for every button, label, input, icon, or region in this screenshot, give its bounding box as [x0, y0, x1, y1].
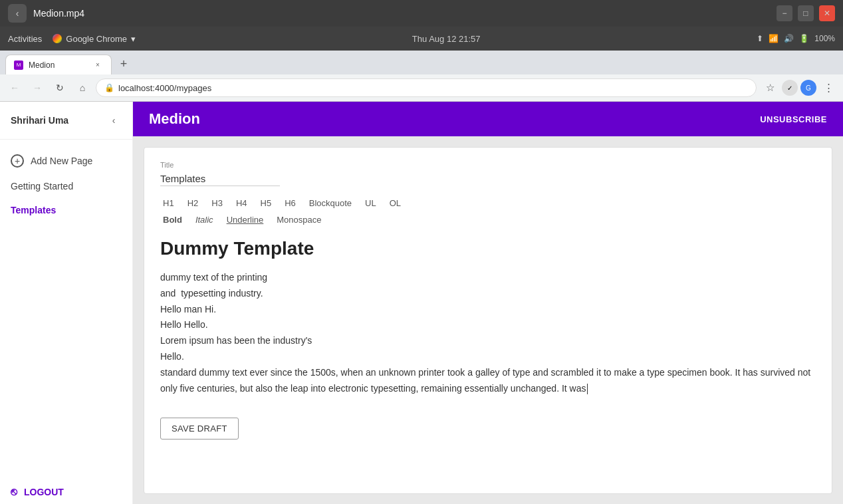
- browser-actions: ☆ ✓ G ⋮: [761, 78, 838, 97]
- back-nav-button[interactable]: ←: [5, 78, 24, 97]
- sidebar-username: Shrihari Uma: [11, 115, 68, 126]
- forward-nav-button[interactable]: →: [28, 78, 47, 97]
- toolbar-ol[interactable]: OL: [387, 197, 404, 209]
- toolbar-heading-row: H1 H2 H3 H4 H5 H6 Blockquote UL OL: [160, 197, 816, 209]
- toolbar-italic[interactable]: Italic: [193, 213, 216, 226]
- toolbar-h2[interactable]: H2: [185, 197, 201, 209]
- toolbar-format-row: Bold Italic Underline Monospace: [160, 213, 816, 226]
- topbar-status: ⬆ 📶 🔊 🔋 100%: [757, 34, 835, 43]
- app-header: Medion UNSUBSCRIBE: [133, 102, 843, 136]
- content-line-2: and typesetting industry.: [160, 286, 816, 302]
- title-section: Title: [160, 161, 816, 186]
- content-line-4: Hello Hello.: [160, 317, 816, 333]
- sidebar-collapse-button[interactable]: ‹: [106, 112, 122, 128]
- maximize-button[interactable]: □: [798, 5, 814, 21]
- sidebar-logout[interactable]: ⎋ LOGOUT: [0, 479, 132, 504]
- new-tab-button[interactable]: +: [114, 55, 133, 73]
- app-wrapper: Shrihari Uma ‹ + Add New Page Getting St…: [0, 102, 843, 504]
- address-lock-icon: 🔒: [104, 83, 114, 92]
- dropdown-icon: ▾: [131, 34, 136, 44]
- os-back-button[interactable]: ‹: [8, 4, 27, 23]
- logout-label: LOGOUT: [24, 487, 64, 497]
- topbar-time: Thu Aug 12 21:57: [146, 34, 746, 44]
- content-body: dummy text of the printing and typesetti…: [160, 270, 816, 396]
- tab-close-button[interactable]: ×: [92, 60, 103, 70]
- toolbar-monospace[interactable]: Monospace: [274, 213, 324, 226]
- tab-favicon: M: [14, 61, 23, 70]
- network-icon: ⬆: [757, 34, 763, 43]
- toolbar-h6[interactable]: H6: [282, 197, 299, 209]
- star-button[interactable]: ☆: [761, 78, 779, 97]
- tab-title: Medion: [29, 61, 55, 70]
- app-name-label: Google Chrome: [66, 34, 127, 44]
- app-header-title: Medion: [149, 110, 200, 128]
- browser-tab[interactable]: M Medion ×: [5, 55, 112, 74]
- titlebar-left: ‹ Medion.mp4: [8, 4, 84, 23]
- app-indicator[interactable]: Google Chrome ▾: [53, 34, 136, 44]
- editor-body[interactable]: Dummy Template dummy text of the printin…: [160, 230, 816, 404]
- sidebar-nav: + Add New Page Getting Started Templates: [0, 140, 132, 479]
- toolbar-blockquote[interactable]: Blockquote: [306, 197, 354, 209]
- volume-icon: 🔊: [784, 34, 794, 43]
- logout-icon: ⎋: [11, 486, 17, 498]
- sidebar: Shrihari Uma ‹ + Add New Page Getting St…: [0, 102, 133, 504]
- reload-nav-button[interactable]: ↻: [51, 78, 69, 97]
- save-draft-button[interactable]: SAVE DRAFT: [160, 418, 239, 440]
- toolbar-h4[interactable]: H4: [233, 197, 250, 209]
- os-title: Medion.mp4: [33, 8, 84, 19]
- unsubscribe-button[interactable]: UNSUBSCRIBE: [760, 114, 827, 124]
- toolbar-bold[interactable]: Bold: [160, 213, 185, 226]
- toolbar-h1[interactable]: H1: [160, 197, 177, 209]
- sidebar-add-new-page-label: Add New Page: [31, 156, 92, 166]
- title-label: Title: [160, 161, 816, 169]
- sidebar-item-templates[interactable]: Templates: [0, 198, 132, 222]
- browser-menu-button[interactable]: ⋮: [819, 78, 838, 97]
- sidebar-item-getting-started[interactable]: Getting Started: [0, 174, 132, 198]
- close-button[interactable]: ✕: [819, 5, 835, 21]
- content-line-3: Hello man Hi.: [160, 302, 816, 318]
- sidebar-templates-label: Templates: [11, 205, 56, 215]
- add-icon: +: [11, 154, 24, 168]
- home-nav-button[interactable]: ⌂: [73, 78, 92, 97]
- browser-chrome: M Medion × + ← → ↻ ⌂ 🔒 localhost:4000/my…: [0, 51, 843, 102]
- chrome-icon: [53, 34, 62, 43]
- text-cursor: [587, 384, 588, 394]
- sidebar-header: Shrihari Uma ‹: [0, 102, 132, 140]
- address-url: localhost:4000/mypages: [118, 83, 211, 93]
- battery-label: 100%: [814, 34, 835, 43]
- main-content: Medion UNSUBSCRIBE Title H1 H2 H3 H4 H5 …: [133, 102, 843, 504]
- battery-icon: 🔋: [799, 34, 809, 43]
- title-input[interactable]: [160, 172, 280, 186]
- sidebar-item-add-new-page[interactable]: + Add New Page: [0, 148, 132, 174]
- wifi-icon: 📶: [769, 34, 779, 43]
- activities-button[interactable]: Activities: [8, 34, 42, 44]
- toolbar-ul[interactable]: UL: [362, 197, 379, 209]
- sidebar-getting-started-label: Getting Started: [11, 181, 73, 191]
- titlebar-right: − □ ✕: [777, 5, 835, 21]
- editor-container: Title H1 H2 H3 H4 H5 H6 Blockquote UL OL…: [144, 147, 832, 494]
- content-heading: Dummy Template: [160, 238, 816, 259]
- content-line-7: standard dummy text ever since the 1500s…: [160, 365, 816, 397]
- toolbar-h3[interactable]: H3: [209, 197, 225, 209]
- toolbar-h5[interactable]: H5: [258, 197, 275, 209]
- content-line-6: Hello.: [160, 349, 816, 365]
- content-line-5: Lorem ipsum has been the industry's: [160, 333, 816, 349]
- profile-icon[interactable]: G: [800, 80, 816, 96]
- toolbar-underline[interactable]: Underline: [224, 213, 267, 226]
- browser-toolbar: ← → ↻ ⌂ 🔒 localhost:4000/mypages ☆ ✓ G ⋮: [0, 74, 843, 101]
- browser-tabs: M Medion × +: [0, 51, 843, 74]
- minimize-button[interactable]: −: [777, 5, 792, 21]
- extension-icon[interactable]: ✓: [782, 80, 798, 96]
- address-bar[interactable]: 🔒 localhost:4000/mypages: [96, 78, 757, 97]
- os-titlebar: ‹ Medion.mp4 − □ ✕: [0, 0, 843, 27]
- os-topbar: Activities Google Chrome ▾ Thu Aug 12 21…: [0, 27, 843, 51]
- content-line-1: dummy text of the printing: [160, 270, 816, 286]
